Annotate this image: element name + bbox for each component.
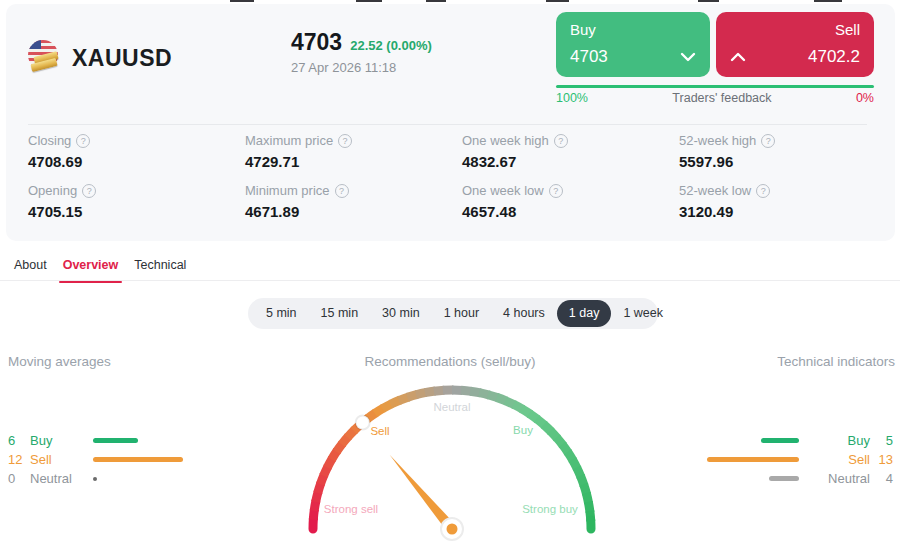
- top-edge-artifact: [230, 0, 254, 2]
- buy-button-label: Buy: [570, 21, 696, 38]
- help-icon[interactable]: ?: [338, 134, 352, 148]
- stats-grid: Closing? 4708.69 Maximum price? 4729.71 …: [28, 133, 896, 220]
- top-edge-artifact: [698, 0, 719, 2]
- ti-neutral-row: Neutral 4: [703, 469, 893, 488]
- ti-buy-row: Buy 5: [703, 431, 893, 450]
- ma-buy-row: 6 Buy: [8, 431, 183, 450]
- price-change: 22.52 (0.00%): [350, 38, 432, 53]
- feedback-buy-percent: 100%: [556, 91, 588, 105]
- price-timestamp: 27 Apr 2026 11:18: [291, 60, 432, 75]
- current-price: 4703: [291, 29, 342, 56]
- xauusd-flag-icon: [28, 40, 60, 72]
- recommendations-title: Recommendations (sell/buy): [0, 354, 900, 369]
- stat-minimum-price: Minimum price? 4671.89: [245, 183, 462, 220]
- ma-buy-bar: [93, 438, 138, 443]
- gauge-label-neutral: Neutral: [424, 401, 480, 413]
- sell-price: 4702.2: [808, 47, 860, 67]
- gauge-label-sell: Sell: [360, 425, 400, 437]
- stat-52-week-high: 52-week high? 5597.96: [679, 133, 896, 170]
- top-edge-artifact: [546, 0, 569, 2]
- stat-opening: Opening? 4705.15: [28, 183, 245, 220]
- instrument-overview-page: XAUUSD 4703 22.52 (0.00%) 27 Apr 2026 11…: [0, 0, 900, 543]
- gauge-label-strong-buy: Strong buy: [518, 503, 582, 515]
- timeframe-selector: 5 min 15 min 30 min 1 hour 4 hours 1 day…: [248, 298, 658, 329]
- buy-button[interactable]: Buy 4703: [556, 12, 710, 77]
- ma-sell-row: 12 Sell: [8, 450, 183, 469]
- timeframe-15min[interactable]: 15 min: [309, 300, 371, 327]
- instrument-header-card: XAUUSD 4703 22.52 (0.00%) 27 Apr 2026 11…: [6, 4, 895, 241]
- ma-neutral-row: 0 Neutral: [8, 469, 183, 488]
- stat-one-week-low: One week low? 4657.48: [462, 183, 679, 220]
- timeframe-4hours[interactable]: 4 hours: [491, 300, 557, 327]
- instrument-symbol: XAUUSD: [72, 45, 172, 72]
- tab-about[interactable]: About: [14, 258, 47, 280]
- sell-button[interactable]: Sell 4702.2: [716, 12, 874, 77]
- ma-neutral-bar: [93, 477, 97, 481]
- top-edge-artifact: [356, 0, 382, 2]
- ti-sell-bar: [707, 457, 799, 462]
- feedback-sell-percent: 0%: [856, 91, 874, 105]
- top-edge-artifact: [814, 0, 842, 2]
- gauge-label-strong-sell: Strong sell: [318, 503, 384, 515]
- help-icon[interactable]: ?: [76, 134, 90, 148]
- sell-button-label: Sell: [730, 21, 860, 38]
- timeframe-1hour[interactable]: 1 hour: [432, 300, 491, 327]
- top-edge-artifact: [426, 0, 446, 2]
- feedback-label: Traders' feedback: [672, 91, 771, 105]
- stat-one-week-high: One week high? 4832.67: [462, 133, 679, 170]
- ti-sell-row: Sell 13: [703, 450, 893, 469]
- technical-indicators-summary: Buy 5 Sell 13 Neutral 4: [703, 431, 893, 488]
- header-divider: [28, 124, 867, 125]
- chevron-down-icon[interactable]: [680, 48, 696, 66]
- timeframe-1week[interactable]: 1 week: [611, 300, 675, 327]
- tabs-divider: [0, 280, 900, 281]
- traders-feedback-bar: [556, 85, 874, 88]
- tab-overview[interactable]: Overview: [63, 258, 119, 280]
- help-icon[interactable]: ?: [761, 134, 775, 148]
- buy-price: 4703: [570, 47, 608, 67]
- help-icon[interactable]: ?: [549, 184, 563, 198]
- help-icon[interactable]: ?: [335, 184, 349, 198]
- timeframe-1day[interactable]: 1 day: [557, 300, 612, 327]
- timeframe-30min[interactable]: 30 min: [370, 300, 432, 327]
- traders-feedback-labels: 100% Traders' feedback 0%: [556, 91, 874, 105]
- ma-sell-bar: [93, 457, 183, 462]
- technical-indicators-title: Technical indicators: [777, 354, 895, 369]
- content-tabs: About Overview Technical: [14, 258, 186, 280]
- help-icon[interactable]: ?: [82, 184, 96, 198]
- moving-averages-summary: 6 Buy 12 Sell 0 Neutral: [8, 431, 183, 488]
- ti-buy-bar: [761, 438, 799, 443]
- ti-neutral-bar: [769, 476, 799, 481]
- price-block: 4703 22.52 (0.00%) 27 Apr 2026 11:18: [291, 29, 432, 75]
- stat-closing: Closing? 4708.69: [28, 133, 245, 170]
- chevron-up-icon[interactable]: [730, 48, 746, 66]
- help-icon[interactable]: ?: [554, 134, 568, 148]
- help-icon[interactable]: ?: [756, 184, 770, 198]
- stat-maximum-price: Maximum price? 4729.71: [245, 133, 462, 170]
- stat-52-week-low: 52-week low? 3120.49: [679, 183, 896, 220]
- timeframe-5min[interactable]: 5 min: [254, 300, 309, 327]
- tab-technical[interactable]: Technical: [134, 258, 186, 280]
- gauge-label-buy: Buy: [505, 424, 541, 436]
